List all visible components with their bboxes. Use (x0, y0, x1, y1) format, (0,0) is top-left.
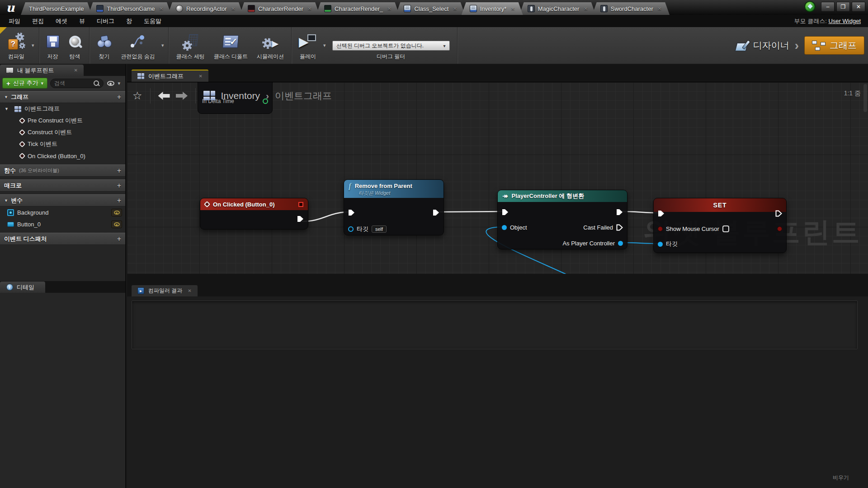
section-variables[interactable]: ▼ 변수 + (0, 194, 125, 206)
exec-out-pin-icon[interactable] (775, 210, 782, 217)
debug-object-dropdown[interactable]: 선택된 디버그 오브젝트가 없습니다. ▾ (332, 41, 450, 51)
compile-button[interactable]: ? 컴파일 (3, 27, 30, 64)
window-tab-characterrender2[interactable]: CharacterRender_ ✕ (316, 2, 399, 15)
node-set-show-mouse-cursor[interactable]: SET Show Mouse Cursor 타깃 (653, 198, 787, 253)
add-macro-icon[interactable]: + (117, 182, 121, 190)
compiler-tab-close-icon[interactable]: ✕ (188, 288, 191, 293)
add-graph-icon[interactable]: + (117, 93, 121, 101)
tab-close-icon[interactable]: ✕ (160, 6, 163, 11)
compiler-log-area[interactable] (132, 300, 858, 349)
object-pin-icon[interactable] (502, 225, 507, 230)
section-functions[interactable]: 함수 (36 오버라이더블) + (0, 164, 125, 177)
details-tab[interactable]: i 디테일 (0, 282, 45, 293)
exec-out-pin-icon[interactable] (433, 209, 439, 216)
add-dispatcher-icon[interactable]: + (117, 235, 121, 243)
window-tab-magiccharacter[interactable]: MagicCharacter ✕ (519, 2, 596, 15)
window-tab-recordingactor[interactable]: RecordingActor ✕ (168, 2, 243, 15)
exec-in-pin-icon[interactable] (348, 209, 355, 216)
window-tab-thirdpersonexample[interactable]: ThirdPersonExample (21, 2, 92, 15)
minimize-button[interactable]: – (821, 2, 835, 12)
simulate-button[interactable]: 시뮬레이션 (252, 27, 288, 64)
close-button[interactable]: ✕ (852, 2, 865, 12)
add-variable-icon[interactable]: + (117, 197, 121, 205)
add-new-button[interactable]: + 신규 추가 ▾ (2, 78, 47, 89)
target-pin-icon[interactable] (348, 226, 354, 232)
hide-unrelated-button[interactable]: 관련없음 숨김 (117, 27, 160, 64)
menu-view[interactable]: 뷰 (73, 17, 91, 25)
play-button[interactable]: 플레이 (294, 27, 321, 64)
breadcrumb-current[interactable]: 이벤트그래프 (275, 89, 332, 102)
add-function-icon[interactable]: + (117, 167, 121, 175)
my-blueprint-tab[interactable]: 내 블루프린트 ✕ (0, 65, 84, 76)
menu-edit[interactable]: 편집 (26, 17, 50, 25)
window-tab-swordcharacter[interactable]: SwordCharacter ✕ (592, 2, 670, 15)
hide-unrelated-caret-icon[interactable]: ▾ (160, 42, 166, 48)
tab-close-icon[interactable]: ✕ (584, 6, 587, 11)
tree-item-tick[interactable]: Tick 이벤트 (0, 138, 125, 150)
tree-item-on-clicked[interactable]: On Clicked (Button_0) (0, 150, 125, 162)
node-cast-to-playercontroller[interactable]: ↠ PlayerController 에 형변환 Object (497, 190, 627, 249)
exec-out-pin-icon[interactable] (297, 216, 304, 222)
tree-item-pre-construct[interactable]: Pre Construct 이벤트 (0, 115, 125, 127)
section-graphs[interactable]: ▼ 그래프 + (0, 91, 125, 103)
favorite-star-icon[interactable]: ☆ (132, 89, 142, 102)
expand-arrow-icon[interactable]: ▼ (5, 107, 9, 111)
compile-options-caret-icon[interactable]: ▾ (30, 42, 36, 48)
compiler-results-tab[interactable]: ▸ 컴파일러 결과 ✕ (132, 285, 198, 296)
tree-item-event-graph[interactable]: ▼ 이벤트그래프 (0, 103, 125, 115)
target-self-value[interactable]: self (372, 225, 387, 233)
delegate-pin-icon[interactable] (298, 202, 303, 207)
exec-out-pin-icon[interactable] (616, 209, 623, 216)
graph-canvas[interactable]: In Delta Time ☆ Inventory › 이벤트그래프 1:1 줌 (127, 82, 868, 274)
browse-button[interactable]: 탐색 (64, 27, 86, 64)
menu-file[interactable]: 파일 (3, 17, 26, 25)
breadcrumb-root[interactable]: Inventory (221, 90, 260, 101)
variable-row-background[interactable]: Background (0, 206, 125, 218)
tab-close-icon[interactable]: ✕ (511, 6, 514, 11)
window-tab-classselect[interactable]: Class_Select ✕ (396, 2, 465, 15)
tab-close-icon[interactable]: ✕ (231, 6, 235, 11)
tree-item-construct[interactable]: Construct 이벤트 (0, 127, 125, 138)
variable-row-button0[interactable]: Button_0 (0, 218, 125, 230)
node-remove-from-parent[interactable]: f Remove from Parent 타깃은 Widget (344, 179, 444, 235)
window-tab-thirdpersongame[interactable]: ThirdPersonGame ✕ (88, 2, 171, 15)
save-button[interactable]: 저장 (42, 27, 64, 64)
play-options-caret-icon[interactable]: ▾ (321, 42, 328, 48)
tab-close-icon[interactable]: ✕ (453, 6, 457, 11)
parent-class-link[interactable]: User Widget (828, 18, 861, 24)
exec-in-pin-icon[interactable] (502, 209, 509, 216)
bool-out-pin-icon[interactable] (777, 226, 782, 231)
vertical-scrollbar-thumb[interactable] (863, 84, 867, 112)
variable-visibility-toggle[interactable] (111, 221, 122, 228)
graph-mode-button[interactable]: 그래프 (804, 36, 864, 55)
show-mouse-cursor-checkbox[interactable] (722, 225, 729, 232)
tab-close-icon[interactable]: ✕ (387, 6, 391, 11)
doc-tab-close-icon[interactable]: ✕ (199, 74, 203, 79)
panel-close-icon[interactable]: ✕ (74, 68, 78, 73)
marketplace-orb-icon[interactable] (804, 1, 816, 12)
tab-close-icon[interactable]: ✕ (308, 6, 311, 11)
window-tab-characterrender[interactable]: CharacterRender ✕ (240, 2, 320, 15)
target-pin-icon[interactable] (658, 242, 663, 247)
tab-close-icon[interactable]: ✕ (658, 6, 661, 11)
menu-asset[interactable]: 에셋 (50, 17, 73, 25)
window-tab-inventory-active[interactable]: Inventory* ✕ (462, 2, 523, 15)
class-defaults-button[interactable]: 클래스 디폴트 (209, 27, 252, 64)
class-settings-button[interactable]: 클래스 세팅 (171, 27, 209, 64)
exec-in-pin-icon[interactable] (658, 210, 665, 217)
expand-arrow-icon[interactable]: ▼ (4, 198, 8, 203)
as-player-controller-pin-icon[interactable] (618, 241, 623, 246)
bool-in-pin-icon[interactable] (658, 226, 663, 231)
event-graph-doc-tab[interactable]: 이벤트그래프 ✕ (132, 70, 208, 82)
variable-visibility-toggle[interactable] (111, 209, 122, 216)
clear-log-button[interactable]: 비우기 (833, 474, 849, 482)
forward-arrow-icon[interactable] (176, 92, 188, 100)
designer-mode-button[interactable]: 디자이너 (736, 39, 789, 52)
search-input[interactable] (54, 80, 94, 86)
cast-failed-pin-icon[interactable] (616, 224, 623, 231)
expand-arrow-icon[interactable]: ▼ (4, 95, 8, 99)
node-on-clicked[interactable]: On Clicked (Button_0) (200, 198, 308, 230)
find-button[interactable]: 찾기 (92, 27, 117, 64)
section-event-dispatchers[interactable]: 이벤트 디스패처 + (0, 233, 125, 245)
visibility-filter-dropdown[interactable]: ▾ (106, 80, 123, 86)
